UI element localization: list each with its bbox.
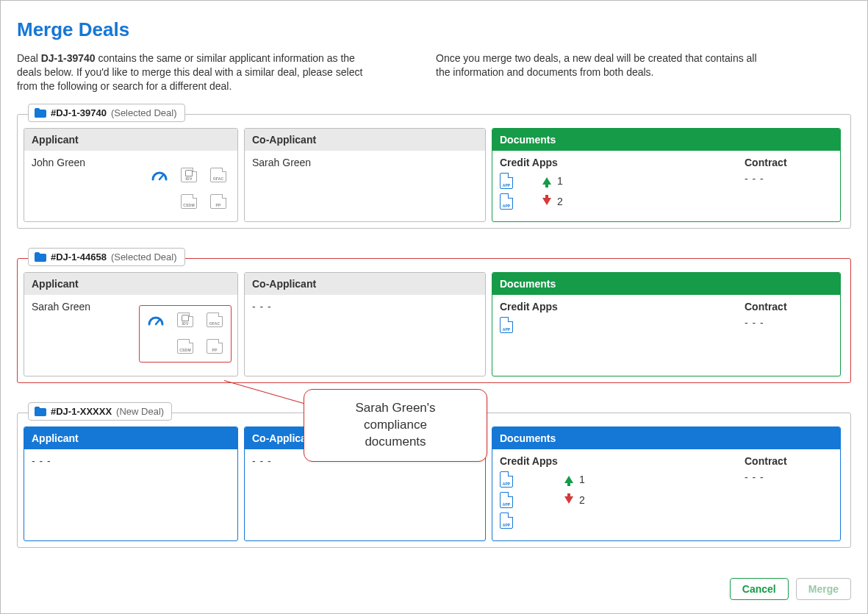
documents-panel-1: Documents Credit Apps 1 2 — [492, 128, 841, 222]
compliance-icons-2 — [139, 305, 232, 363]
coapplicant-name-2: - - - — [252, 301, 478, 313]
arrow-down-cell: 2 — [542, 196, 563, 207]
folder-icon — [35, 407, 46, 416]
documents-head: Documents — [492, 273, 840, 295]
documents-head: Documents — [492, 427, 840, 449]
arrow-down-cell: 2 — [564, 494, 585, 506]
deal-tab-1[interactable]: #DJ-1-39740 (Selected Deal) — [28, 104, 185, 122]
footer-buttons: Cancel Merge — [730, 578, 851, 600]
gauge-icon — [151, 167, 168, 183]
callout-line2: documents — [326, 434, 465, 451]
folder-icon — [35, 252, 46, 262]
credit-app-icon[interactable] — [500, 513, 513, 529]
csdm-icon — [180, 193, 198, 210]
documents-panel-2: Documents Credit Apps Contract - - - — [492, 272, 841, 376]
pp-icon — [206, 338, 223, 354]
intro-text: Deal DJ-1-39740 contains the same or sim… — [17, 51, 851, 93]
ofac-icon — [209, 167, 227, 183]
deal-card-2[interactable]: #DJ-1-44658 (Selected Deal) Applicant Sa… — [17, 258, 851, 383]
applicant-head: Applicant — [24, 273, 237, 295]
contract-label: Contract — [745, 157, 833, 168]
compliance-icons-1 — [149, 165, 229, 211]
deal-note-2: (Selected Deal) — [111, 251, 177, 263]
svg-line-1 — [156, 320, 159, 324]
applicant-panel-2: Applicant Sarah Green — [24, 272, 238, 376]
coapplicant-head: Co-Applicant — [245, 129, 485, 151]
pp-icon — [209, 193, 227, 210]
intro-right: Once you merge two deals, a new deal wil… — [436, 51, 767, 93]
contract-value-3: - - - — [745, 471, 833, 483]
arrow-up-icon — [542, 177, 551, 185]
credit-apps-label: Credit Apps — [500, 301, 730, 313]
credit-app-icon[interactable] — [500, 492, 513, 508]
applicant-name-3: - - - — [32, 455, 230, 467]
applicant-head: Applicant — [24, 427, 237, 449]
arrow-up-cell: 1 — [542, 175, 563, 187]
deal-id-2: #DJ-1-44658 — [51, 251, 107, 263]
callout-line — [224, 380, 312, 406]
merge-button[interactable]: Merge — [796, 578, 851, 600]
coapplicant-panel-2: Co-Applicant - - - — [244, 272, 486, 376]
deal-card-1[interactable]: #DJ-1-39740 (Selected Deal) Applicant Jo… — [17, 114, 851, 229]
svg-line-0 — [159, 175, 163, 179]
arrow-down-icon — [542, 198, 551, 205]
coapplicant-head: Co-Applicant — [245, 273, 485, 295]
documents-head: Documents — [492, 129, 840, 151]
arrow-up-cell: 1 — [564, 474, 585, 485]
intro-left: Deal DJ-1-39740 contains the same or sim… — [17, 51, 370, 93]
arrow-down-icon — [564, 496, 573, 504]
idv-icon — [180, 167, 198, 183]
callout-line1: Sarah Green's compliance — [326, 400, 465, 434]
credit-app-icon[interactable] — [500, 173, 513, 189]
applicant-panel-1: Applicant John Green — [24, 128, 238, 222]
deal-tab-2[interactable]: #DJ-1-44658 (Selected Deal) — [28, 248, 185, 266]
deal-note-3: (New Deal) — [116, 406, 164, 417]
credit-app-icon[interactable] — [500, 193, 513, 210]
deal-tab-3[interactable]: #DJ-1-XXXXX (New Deal) — [28, 402, 172, 421]
contract-value-2: - - - — [745, 317, 833, 329]
coapplicant-name-1: Sarah Green — [252, 157, 478, 168]
arrow-up-icon — [564, 476, 573, 483]
credit-app-icon[interactable] — [500, 471, 513, 488]
credit-apps-label: Credit Apps — [500, 157, 730, 168]
intro-deal-id: DJ-1-39740 — [41, 52, 96, 64]
csdm-icon — [176, 338, 194, 354]
deal-note-1: (Selected Deal) — [111, 107, 177, 118]
contract-label: Contract — [745, 301, 833, 313]
applicant-panel-3: Applicant - - - — [24, 426, 238, 541]
documents-panel-3: Documents Credit Apps 1 2 — [492, 426, 841, 541]
idv-icon — [176, 312, 194, 328]
folder-icon — [35, 108, 46, 118]
contract-label: Contract — [745, 455, 833, 467]
ofac-icon — [206, 312, 223, 328]
gauge-icon — [147, 312, 165, 328]
deal-id-1: #DJ-1-39740 — [51, 107, 107, 118]
applicant-head: Applicant — [24, 129, 237, 151]
credit-app-icon[interactable] — [500, 317, 513, 333]
cancel-button[interactable]: Cancel — [730, 578, 789, 600]
coapplicant-panel-1: Co-Applicant Sarah Green — [244, 128, 486, 222]
merge-deals-dialog: Merge Deals Deal DJ-1-39740 contains the… — [0, 0, 868, 614]
credit-apps-label: Credit Apps — [500, 455, 730, 467]
page-title: Merge Deals — [17, 18, 851, 41]
deal-id-3: #DJ-1-XXXXX — [51, 406, 112, 417]
contract-value-1: - - - — [745, 173, 833, 185]
callout-bubble: Sarah Green's compliance documents — [304, 389, 487, 462]
